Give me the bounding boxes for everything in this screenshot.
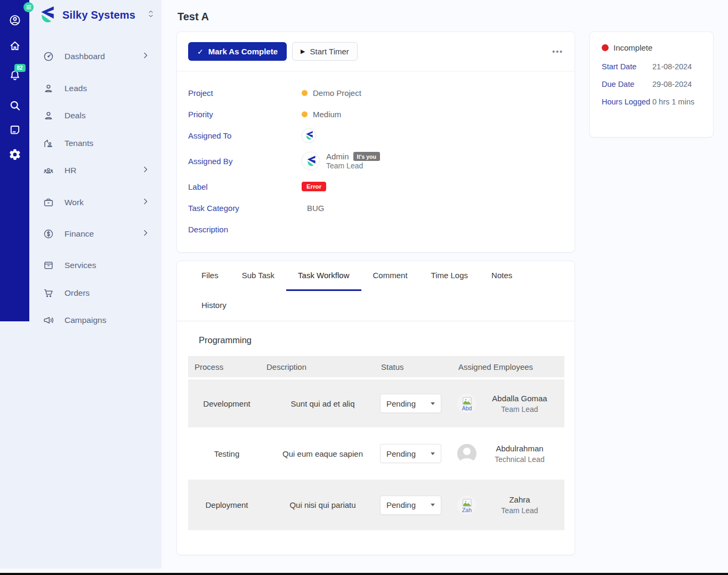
dollar-circle-icon xyxy=(42,228,55,240)
notification-count-badge: 82 xyxy=(14,64,26,72)
project-value[interactable]: Demo Project xyxy=(313,88,361,98)
start-date-row: Start Date 21-08-2024 xyxy=(602,62,701,71)
field-label: Task Category xyxy=(188,204,302,213)
sidebar-item-orders[interactable]: Orders xyxy=(29,282,161,304)
person-placeholder-avatar[interactable] xyxy=(457,444,476,463)
home-icon[interactable] xyxy=(8,39,22,53)
sidebar-item-finance[interactable]: Finance xyxy=(29,223,161,245)
sidebar-item-dashboard[interactable]: Dashboard xyxy=(29,46,161,67)
tabs-bar: Files Sub Task Task Workflow Comment Tim… xyxy=(177,261,575,321)
sidebar-item-label: Tenants xyxy=(64,139,150,148)
brand-logo-icon xyxy=(39,6,55,23)
expand-collapse-icon[interactable] xyxy=(148,10,154,20)
task-detail-card: ✓ Mark As Complete ▶ Start Timer ••• Pro… xyxy=(176,31,575,253)
assigned-by-role: Team Lead xyxy=(326,161,363,170)
sidebar-item-deals[interactable]: Deals xyxy=(29,105,161,126)
sidebar-item-label: Dashboard xyxy=(64,52,141,61)
tab-comment[interactable]: Comment xyxy=(361,261,419,291)
description-cell: Sunt qui ad et aliq xyxy=(265,399,380,408)
table-row: Deployment Qui nisi qui pariatu Pending … xyxy=(188,480,564,530)
tab-task-workflow[interactable]: Task Workflow xyxy=(286,261,361,291)
status-text: Incomplete xyxy=(613,43,652,52)
field-label: Priority xyxy=(188,110,302,119)
priority-color-dot xyxy=(302,111,308,117)
error-label-badge: Error xyxy=(302,182,326,191)
chevron-down-icon xyxy=(431,402,435,405)
brand-name: Silky Systems xyxy=(62,9,148,21)
chevron-down-icon xyxy=(431,504,435,506)
status-select[interactable]: Pending xyxy=(380,496,441,515)
briefcase-icon xyxy=(42,196,55,209)
field-assigned-to: Assigned To xyxy=(188,125,563,146)
broken-image-avatar[interactable]: Abd xyxy=(457,394,476,413)
task-status-card: Incomplete Start Date 21-08-2024 Due Dat… xyxy=(589,31,714,137)
employee-role: Team Lead xyxy=(485,506,554,515)
task-category-value: BUG xyxy=(302,204,325,213)
task-actions-bar: ✓ Mark As Complete ▶ Start Timer ••• xyxy=(177,32,575,71)
field-label: Assigned By xyxy=(188,157,302,166)
person-icon xyxy=(42,109,55,122)
hours-logged-row: Hours Logged 0 hrs 1 mins xyxy=(602,98,701,106)
sidebar-item-campaigns[interactable]: Campaigns xyxy=(29,310,161,327)
field-label: Project xyxy=(188,88,302,98)
mark-as-complete-button[interactable]: ✓ Mark As Complete xyxy=(188,42,287,61)
icon-rail: 82 xyxy=(0,0,29,321)
sidebar-item-label: Work xyxy=(64,198,141,207)
sidebar-collapse-toggle[interactable] xyxy=(23,2,34,12)
settings-gear-icon[interactable] xyxy=(8,148,22,161)
sidebar-item-services[interactable]: Services xyxy=(29,255,161,276)
assigned-by-avatar[interactable] xyxy=(302,152,320,170)
sidebar-item-work[interactable]: Work xyxy=(29,192,161,213)
sidebar-item-label: Campaigns xyxy=(64,315,150,325)
field-label: Assigned To xyxy=(188,131,302,140)
employee-role: Team Lead xyxy=(485,405,554,414)
chevron-down-icon xyxy=(431,452,435,455)
chevron-right-icon xyxy=(141,165,150,176)
dashboard-icon xyxy=(42,50,55,63)
field-label: Description xyxy=(188,225,302,234)
field-label: Label xyxy=(188,182,302,191)
status-select[interactable]: Pending xyxy=(380,444,441,463)
sidebar-item-hr[interactable]: HR xyxy=(29,160,161,181)
col-header-status: Status xyxy=(380,362,457,371)
description-cell: Qui nisi qui pariatu xyxy=(265,500,380,509)
sidebar-item-label: Orders xyxy=(64,288,150,298)
megaphone-icon xyxy=(42,314,55,327)
process-cell: Testing xyxy=(188,449,265,458)
sidebar-item-leads[interactable]: Leads xyxy=(29,78,161,99)
workflow-table-header: Process Description Status Assigned Empl… xyxy=(188,356,564,377)
status-row: Incomplete xyxy=(602,43,701,52)
account-icon[interactable] xyxy=(8,13,22,27)
start-timer-button[interactable]: ▶ Start Timer xyxy=(292,42,358,61)
chevron-right-icon xyxy=(141,51,150,62)
brand-row[interactable]: Silky Systems xyxy=(29,0,161,30)
broken-image-avatar[interactable]: Zah xyxy=(457,496,476,515)
archive-box-icon xyxy=(42,259,55,272)
assigned-to-avatar[interactable] xyxy=(302,128,316,143)
tab-history[interactable]: History xyxy=(190,291,238,321)
window-bottom-edge xyxy=(0,573,728,575)
status-select[interactable]: Pending xyxy=(380,394,441,413)
app-root: 82 Silky Systems Dashb xyxy=(0,0,728,575)
check-icon: ✓ xyxy=(197,47,204,56)
sidebar-nav: Dashboard Leads Deals Tenants HR xyxy=(29,30,161,327)
workflow-table: Process Description Status Assigned Empl… xyxy=(188,356,564,530)
search-icon[interactable] xyxy=(8,99,22,112)
table-row: Testing Qui eum eaque sapien Pending Abd… xyxy=(188,429,564,478)
field-priority: Priority Medium xyxy=(188,103,563,125)
its-you-badge: It's you xyxy=(353,152,380,161)
notes-icon[interactable] xyxy=(8,123,22,137)
employee-name: Abdulrahman xyxy=(485,444,554,453)
col-header-assigned-employees: Assigned Employees xyxy=(457,362,564,371)
tab-sub-task[interactable]: Sub Task xyxy=(230,261,286,291)
employee-cell: Abdulrahman Technical Lead xyxy=(457,444,564,464)
workflow-title: Programming xyxy=(199,335,575,345)
page-title: Test A xyxy=(177,11,209,23)
tab-notes[interactable]: Notes xyxy=(480,261,524,291)
employee-role: Technical Lead xyxy=(485,455,554,464)
tab-files[interactable]: Files xyxy=(190,261,230,291)
tab-time-logs[interactable]: Time Logs xyxy=(419,261,480,291)
more-options-button[interactable]: ••• xyxy=(552,47,563,56)
sidebar-item-tenants[interactable]: Tenants xyxy=(29,133,161,154)
notifications-bell-icon[interactable]: 82 xyxy=(8,68,22,82)
